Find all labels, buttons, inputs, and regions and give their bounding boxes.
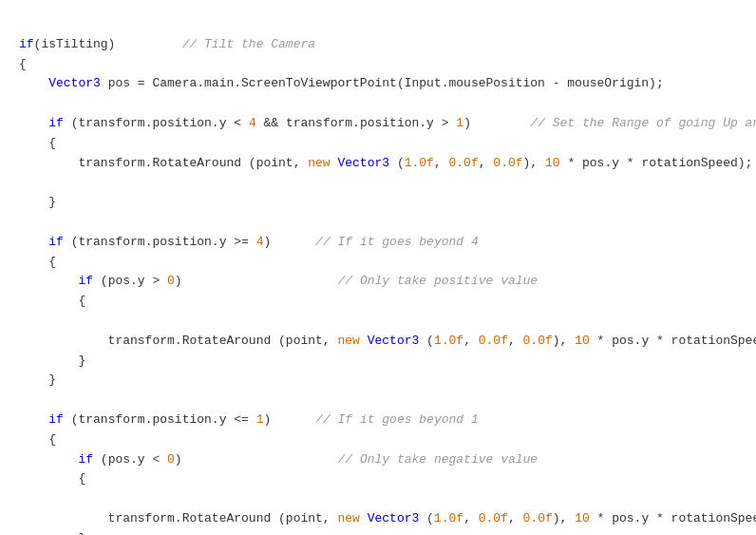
keyword-if: if bbox=[19, 37, 34, 51]
code-block: if(isTilting) // Tilt the Camera { Vecto… bbox=[19, 15, 737, 535]
code-container: if(isTilting) // Tilt the Camera { Vecto… bbox=[0, 0, 756, 535]
